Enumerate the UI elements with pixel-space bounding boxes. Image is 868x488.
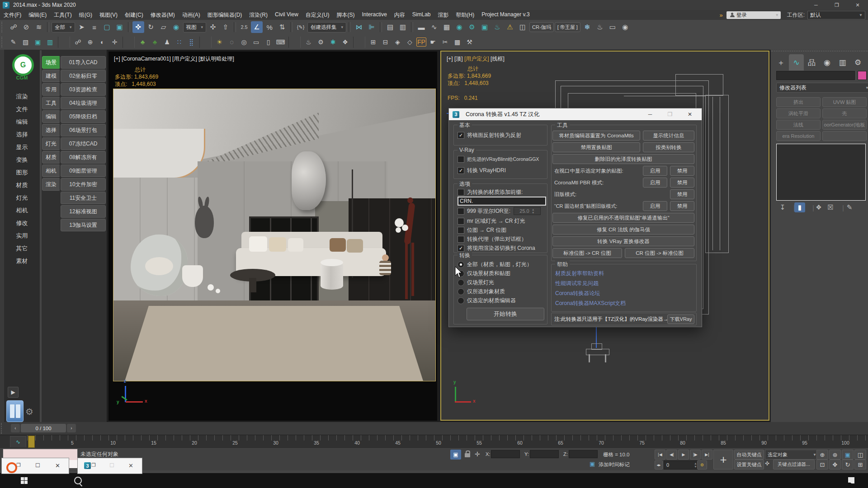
named-selection-sets-icon[interactable]: {✎} (295, 21, 307, 33)
help-link[interactable]: Corona转换器MAXScript文档 (555, 300, 626, 307)
y-coordinate-field[interactable] (530, 450, 559, 458)
help-link[interactable]: Corona转换器论坛 (555, 290, 600, 297)
sidebar-category[interactable]: 实用 (4, 230, 40, 242)
maximize-icon[interactable]: ☐ (109, 462, 114, 469)
checkbox-switch-renderer[interactable]: ✓将现用渲染器切换到 Corona (458, 244, 535, 252)
convert-scope-radio[interactable]: 仅所选对象材质 (458, 288, 505, 296)
halo-icon[interactable]: ◌ (226, 37, 237, 48)
current-frame-field[interactable]: 0▲▼ (664, 460, 698, 469)
window-a-icon[interactable]: ▣ (32, 37, 43, 48)
tab-display[interactable]: ▥ (835, 54, 850, 70)
auto-key-button[interactable]: 自动关键点 (734, 450, 764, 460)
menu-item[interactable]: 编辑(E) (25, 11, 50, 19)
modifier-preset-button[interactable]: oorGenerator(地板 (822, 120, 867, 130)
separator[interactable] (234, 22, 236, 32)
camera-icon[interactable]: ◎ (238, 37, 250, 48)
select-by-name-icon[interactable]: ≡ (89, 21, 100, 33)
diamond-icon[interactable]: ◈ (392, 37, 403, 48)
delete-gloss-maps-button[interactable]: 删除旧的光泽度转换贴图 (552, 154, 694, 164)
contrast-icon[interactable]: ◐ (97, 37, 108, 48)
wrench-icon[interactable]: ⚒ (464, 37, 475, 48)
download-vray-button[interactable]: 下载VRay (667, 314, 694, 324)
next-frame-button[interactable]: › (67, 424, 76, 432)
menu-item[interactable]: 创建(C) (121, 11, 147, 19)
sidebar-category[interactable]: 灯光 (4, 192, 40, 204)
playback-button[interactable]: |◀ (655, 450, 665, 460)
menu-item[interactable]: 视图(V) (96, 11, 121, 19)
object-name-field[interactable] (776, 71, 855, 80)
cgm-tab[interactable]: 渲染 (42, 178, 60, 191)
cgm-tab[interactable]: 常用 (42, 83, 60, 96)
spinner-snap-icon[interactable]: ⇅ (276, 21, 288, 33)
move-icon[interactable]: ✜ (132, 21, 144, 33)
window-crossing-icon[interactable]: ▣ (114, 21, 126, 33)
separator[interactable] (199, 37, 212, 48)
viewport-label[interactable]: [+] [顶] [用户定义] [线框] (447, 55, 505, 63)
add-time-tag[interactable]: 添加时间标记 (599, 461, 630, 468)
separator[interactable] (349, 22, 351, 32)
checkbox-vrayhdri[interactable]: ✓转换 VRayHDRI (458, 167, 506, 174)
gear2-icon[interactable]: ⚙ (315, 37, 326, 48)
dialog-minimize-button[interactable]: ─ (642, 108, 658, 120)
modifier-preset-button[interactable]: UVW 贴图 (822, 97, 867, 107)
sphere-icon[interactable]: ◉ (619, 21, 631, 33)
ribbon-icon[interactable]: ▬ (415, 21, 427, 33)
expand-button[interactable]: ▶ (8, 387, 19, 398)
camera-viewport[interactable]: [+] [CoronaCamera001] [用户定义] [默认明暗处理] 总计… (108, 52, 437, 421)
cgm-script-button[interactable]: 13伽马设置 (61, 219, 106, 231)
cgm-script-button[interactable]: 04垃圾清理 (61, 97, 106, 109)
isolate-selection-toggle[interactable]: ▣ (450, 450, 461, 460)
sidebar-category[interactable]: 选择 (4, 128, 40, 141)
menu-item[interactable]: 自定义(U) (302, 11, 333, 19)
cgm-script-button[interactable]: 03资源检查 (61, 83, 106, 96)
modifier-stack[interactable] (776, 144, 866, 201)
cgm-tab[interactable]: 相机 (42, 164, 60, 177)
show-stats-button[interactable]: 显示统计信息 (643, 131, 694, 141)
sidebar-category[interactable]: 变换 (4, 154, 40, 166)
checkbox-proxy[interactable]: 转换代理（弹出对话框） (458, 235, 527, 243)
set-key-button[interactable]: 设置关键点 (734, 460, 764, 469)
snowflake-icon[interactable]: ❄ (581, 21, 593, 33)
modifier-preset-button[interactable]: 法线 (776, 120, 821, 130)
dialog-title-bar[interactable]: 3 Corona 转换器 v1.45 TZ 汉化 ─ ❐ ✕ (449, 108, 702, 120)
show-end-result-icon[interactable]: ▮ (794, 202, 805, 212)
fp-badge[interactable]: FP (416, 38, 426, 47)
rendered-frame-icon[interactable]: ▣ (479, 21, 491, 33)
toolbar-grip[interactable] (1, 22, 5, 33)
warning-icon[interactable]: ⚠ (504, 21, 516, 33)
spark-icon[interactable]: ✱ (327, 37, 339, 48)
cr-gamma-button[interactable]: CR-伽玛 (529, 22, 554, 32)
chain-icon[interactable]: ☍ (72, 37, 84, 48)
cgm-tab[interactable]: 建模 (42, 70, 60, 82)
scale-icon[interactable]: ▱ (158, 21, 170, 33)
minimize-button[interactable]: ─ (806, 0, 826, 10)
separator[interactable] (380, 22, 382, 32)
cgm-script-button[interactable]: 08解冻所有 (61, 151, 106, 164)
tab-create[interactable]: ＋ (774, 54, 788, 70)
sidebar-category[interactable]: 文件 (4, 103, 40, 116)
cgm-script-button[interactable]: 05降级归档 (61, 110, 106, 123)
playback-button[interactable]: ◀| (666, 450, 677, 460)
outline-diamond-icon[interactable]: ◇ (404, 37, 415, 48)
menu-item[interactable]: Civil View (271, 11, 302, 19)
dope-sheet-icon[interactable]: ▦ (441, 21, 453, 33)
cgm-script-button[interactable]: 06场景打包 (61, 124, 106, 136)
render-setup-icon[interactable]: ⚙ (466, 21, 478, 33)
keyboard-icon[interactable]: ⌨ (275, 37, 286, 48)
playback-button[interactable]: |▶ (690, 450, 701, 460)
tree-icon[interactable]: ♣ (137, 37, 148, 48)
minimized-window-corona[interactable]: ❐ ☐ ✕ (1, 458, 69, 474)
cgm-tab[interactable]: 材质 (42, 151, 60, 164)
selection-set-dropdown[interactable]: 创建选择集 (307, 22, 346, 33)
studio-button[interactable]: [ 帝王屋 ] (555, 22, 580, 32)
cgm-script-button[interactable]: 07冻结CAD (61, 137, 106, 150)
manipulate-icon[interactable]: ✣ (207, 21, 219, 33)
set-keyframe-button[interactable]: + (713, 450, 733, 469)
sidebar-category[interactable]: 图形 (4, 166, 40, 179)
plus-box-icon[interactable]: ⊞ (368, 37, 379, 48)
compass-icon[interactable]: ✛ (109, 37, 120, 48)
viewport-label[interactable]: [+] [CoronaCamera001] [用户定义] [默认明暗处理] (114, 55, 234, 63)
menu-item[interactable]: 工具(T) (50, 11, 75, 19)
scissors-icon[interactable]: ✂ (439, 37, 451, 48)
sidebar-category[interactable]: 素材 (4, 255, 40, 267)
